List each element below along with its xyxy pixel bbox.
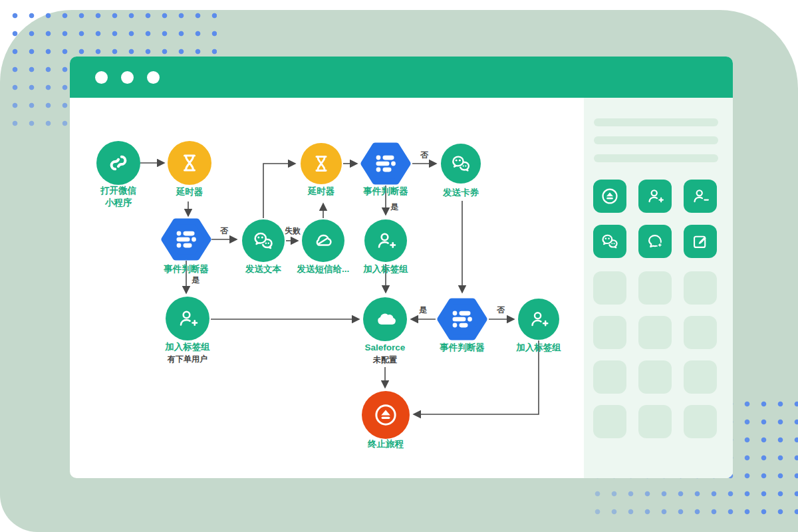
page: 否 失败 是 否 是 是 否 打开微信 小程序 延时器 事件判断器 发送文本: [0, 0, 798, 532]
node-label: 发送卡券: [442, 188, 479, 198]
node-sublabel: 未配置: [372, 355, 397, 364]
node-label: 加入标签组: [164, 342, 210, 352]
list-hexagon-icon: [364, 146, 408, 182]
node-shape: [96, 141, 140, 185]
flow-node-send-sms[interactable]: 发送短信给...: [297, 219, 350, 274]
list-hexagon-icon: [440, 301, 484, 337]
journey-canvas: 否 失败 是 否 是 是 否 打开微信 小程序 延时器 事件判断器 发送文本: [0, 0, 798, 532]
node-shape: [242, 219, 285, 262]
edge-label: 失败: [285, 226, 301, 235]
node-label: 事件判断器: [163, 264, 209, 274]
flow-node-event-check-2[interactable]: 事件判断器: [362, 146, 408, 196]
flow-node-delay-timer-1[interactable]: 延时器: [168, 141, 211, 197]
flow-node-open-miniprogram[interactable]: 打开微信 小程序: [96, 141, 140, 207]
node-label: 小程序: [104, 198, 132, 207]
edge-label: 是: [390, 202, 399, 211]
edge-label: 是: [419, 305, 428, 315]
edge-label: 是: [192, 275, 200, 285]
node-label: 终止旅程: [367, 439, 404, 449]
node-label: 发送短信给...: [297, 264, 350, 274]
node-label: 延时器: [307, 186, 335, 196]
flow-node-end-journey[interactable]: 终止旅程: [362, 391, 410, 449]
flow-node-send-text[interactable]: 发送文本: [242, 219, 285, 274]
list-hexagon-icon: [164, 221, 208, 257]
edge-label: 否: [420, 150, 429, 160]
flow-node-add-tag-3[interactable]: 加入标签组: [515, 299, 561, 352]
node-label: 事件判断器: [362, 186, 408, 196]
flow-node-salesforce[interactable]: Saleforce 未配置: [363, 297, 407, 364]
node-label: 发送文本: [245, 264, 282, 274]
edge-sendtext-timer2: [263, 164, 295, 218]
node-shape: [441, 144, 481, 184]
flow-node-add-tag-1[interactable]: 加入标签组: [362, 219, 408, 274]
node-label: 延时器: [176, 187, 203, 197]
node-sublabel: 有下单用户: [167, 354, 207, 364]
node-label: 打开微信: [100, 186, 137, 196]
flow-node-event-check-3[interactable]: 事件判断器: [439, 301, 485, 352]
flow-node-event-check-1[interactable]: 事件判断器: [163, 221, 209, 274]
node-label: 事件判断器: [439, 342, 485, 352]
node-label: 加入标签组: [362, 264, 408, 274]
flow-node-delay-timer-2[interactable]: 延时器: [301, 143, 342, 196]
edge-label: 否: [219, 226, 229, 235]
flow-node-send-coupon[interactable]: 发送卡券: [441, 144, 481, 198]
edge-label: 否: [496, 305, 505, 315]
flow-node-add-tag-2[interactable]: 加入标签组 有下单用户: [164, 297, 210, 364]
node-label: 加入标签组: [515, 342, 561, 352]
node-label: Saleforce: [365, 342, 406, 352]
